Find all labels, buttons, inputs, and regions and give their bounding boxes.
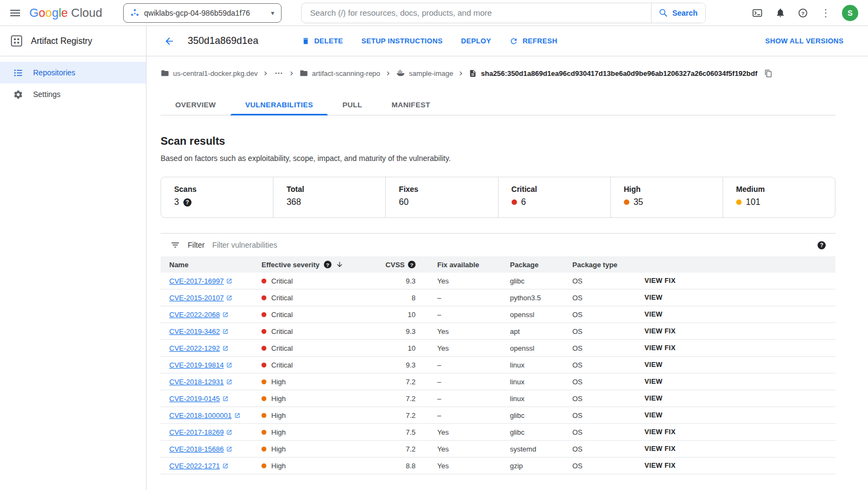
avatar[interactable]: S [842,5,858,21]
chevron-right-icon [457,69,465,78]
notifications-button[interactable] [769,2,791,24]
setup-instructions-button[interactable]: SETUP INSTRUCTIONS [361,37,443,45]
cloud-shell-button[interactable] [746,2,768,24]
stat-value: 3? [174,197,273,207]
cve-link[interactable]: CVE-2015-20107 [169,294,224,302]
cell-severity: Critical [261,294,353,302]
sidebar-item-label: Repositories [33,68,75,77]
cell-cvss: 9.3 [353,327,416,336]
external-link-icon [226,278,232,284]
stat-value: 368 [286,197,385,207]
breadcrumb-repo[interactable]: artifact-scanning-repo [299,69,380,78]
tab-pull[interactable]: PULL [328,94,376,115]
sidebar-item-repositories[interactable]: Repositories [0,62,146,83]
sidebar-item-settings[interactable]: Settings [0,83,146,105]
stat-label: Critical [512,185,610,194]
cve-link[interactable]: CVE-2017-16997 [169,277,224,285]
arrow-back-icon [164,36,175,47]
cell-cvss: 9.3 [353,277,416,285]
breadcrumb-ellipsis-button[interactable]: ⋯ [273,68,284,78]
content: 350d1a869d1ea DELETE SETUP INSTRUCTIONS … [146,26,868,490]
column-header-cvss[interactable]: CVSS ? [353,261,416,269]
cell-fix-available: – [416,411,510,420]
cve-link[interactable]: CVE-2022-2068 [169,311,220,319]
cell-action: VIEW [644,361,827,369]
cell-cvss: 7.2 [353,378,416,386]
view-button[interactable]: VIEW [644,311,662,318]
filter-input[interactable] [212,241,810,249]
severity-dot [261,379,266,384]
sort-descending-icon[interactable] [336,261,343,268]
stat-number: 368 [286,197,301,207]
stat-label: Scans [174,185,273,194]
breadcrumb-image[interactable]: sample-image [396,69,454,78]
cell-package-type: OS [572,294,644,302]
cve-link[interactable]: CVE-2019-3462 [169,327,220,336]
show-all-versions-link[interactable]: SHOW ALL VERSIONS [765,37,844,45]
table-help-icon[interactable]: ? [818,241,826,249]
stat-label: Total [286,185,385,194]
cell-name: CVE-2018-1000001 [169,411,261,420]
cve-link[interactable]: CVE-2019-0145 [169,395,220,403]
tab-vulnerabilities[interactable]: VULNERABILITIES [231,94,328,115]
view-fix-button[interactable]: VIEW FIX [644,344,675,352]
page-body: us-central1-docker.pkg.dev ⋯ artifact-sc… [146,56,868,474]
breadcrumb-host[interactable]: us-central1-docker.pkg.dev [161,69,258,78]
view-fix-button[interactable]: VIEW FIX [644,428,675,436]
cve-link[interactable]: CVE-2019-19814 [169,361,224,369]
more-options-button[interactable]: ⋮ [815,2,837,24]
menu-button[interactable] [4,2,26,24]
cve-link[interactable]: CVE-2022-1271 [169,462,220,470]
stat-help-icon[interactable]: ? [183,198,192,207]
cve-link[interactable]: CVE-2022-1292 [169,344,220,352]
cell-severity: High [261,378,353,386]
column-header-fix[interactable]: Fix available [416,261,510,269]
stat-number: 101 [746,197,761,207]
column-header-package-type[interactable]: Package type [572,261,644,269]
view-button[interactable]: VIEW [644,395,662,402]
cell-name: CVE-2019-19814 [169,361,261,369]
view-fix-button[interactable]: VIEW FIX [644,327,675,335]
more-vert-icon: ⋮ [821,8,831,18]
search-input[interactable] [302,3,651,23]
stat-value: 60 [399,197,497,207]
view-button[interactable]: VIEW [644,294,662,301]
severity-help-icon[interactable]: ? [324,261,331,268]
copy-button[interactable] [764,69,773,78]
cve-link[interactable]: CVE-2018-12931 [169,378,224,386]
cell-name: CVE-2018-12931 [169,378,261,386]
view-button[interactable]: VIEW [644,378,662,385]
project-switcher[interactable]: qwiklabs-gcp-04-986b59da1f76 ▾ [123,3,282,23]
cell-name: CVE-2015-20107 [169,294,261,302]
cell-cvss: 7.2 [353,395,416,403]
tab-overview[interactable]: OVERVIEW [161,94,231,115]
table-row: CVE-2022-2068Critical10–opensslOSVIEW [161,306,835,323]
view-fix-button[interactable]: VIEW FIX [644,445,675,453]
view-fix-button[interactable]: VIEW FIX [644,277,675,285]
tab-manifest[interactable]: MANIFEST [377,94,445,115]
column-header-package[interactable]: Package [510,261,572,269]
stat-fixes: Fixes60 [385,177,497,217]
refresh-button[interactable]: REFRESH [509,37,557,46]
deploy-button[interactable]: DEPLOY [461,37,491,45]
help-button[interactable]: ? [792,2,814,24]
view-button[interactable]: VIEW [644,361,662,369]
cell-severity: Critical [261,311,353,319]
column-header-severity[interactable]: Effective severity ? [261,261,353,269]
cvss-help-icon[interactable]: ? [408,261,416,268]
cell-package: systemd [510,445,572,453]
cve-link[interactable]: CVE-2018-1000001 [169,411,232,420]
table-header: Name Effective severity ? CVSS ? Fix ava… [161,256,835,273]
search-button[interactable]: Search [651,3,705,23]
view-fix-button[interactable]: VIEW FIX [644,462,675,469]
external-link-icon [226,379,232,385]
cve-link[interactable]: CVE-2017-18269 [169,428,224,436]
caret-down-icon: ▾ [271,10,274,16]
cve-link[interactable]: CVE-2018-15686 [169,445,224,453]
delete-button[interactable]: DELETE [302,37,343,45]
google-cloud-logo[interactable]: Google Cloud [29,6,103,20]
column-header-name[interactable]: Name [169,261,261,269]
view-button[interactable]: VIEW [644,411,662,419]
back-button[interactable] [158,30,180,52]
stat-number: 3 [174,197,179,207]
